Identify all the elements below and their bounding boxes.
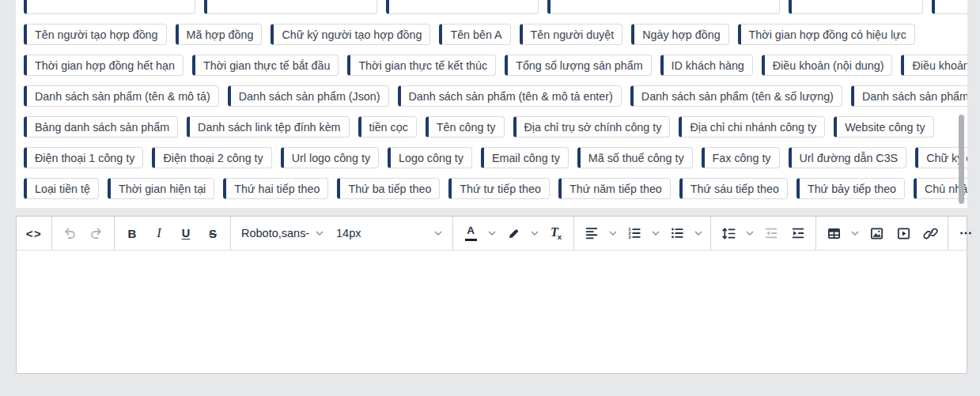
merge-field-chip[interactable]: Tổng số lượng sản phẩm (505, 55, 651, 76)
text-color-button[interactable]: A (457, 220, 484, 247)
merge-field-chip[interactable]: Tên công ty (426, 116, 505, 138)
highlight-color-dropdown-chevron[interactable] (527, 220, 543, 247)
merge-field-chip-partial[interactable] (789, 0, 923, 14)
font-family-select[interactable]: Roboto,sans-s... (235, 220, 330, 247)
bullet-list-button[interactable] (664, 220, 691, 247)
line-height-dropdown-chevron[interactable] (742, 220, 758, 247)
chip-row: Danh sách sản phẩm (tên & mô tả)Danh sác… (24, 85, 956, 107)
bullet-list-dropdown-chevron[interactable] (691, 220, 706, 247)
undo-button[interactable] (56, 220, 83, 247)
more-dots-icon (959, 226, 973, 240)
underline-button[interactable]: U (172, 220, 199, 247)
merge-field-chip[interactable]: Thời gian hợp đồng có hiệu lực (738, 24, 915, 45)
more-options-button[interactable] (952, 220, 979, 247)
chip-row: Bảng danh sách sản phẩmDanh sách link tệ… (24, 116, 956, 138)
merge-fields-panel: Tên người tạo hợp đồngMã hợp đồngChữ ký … (16, 0, 967, 208)
ordered-list-dropdown-chevron[interactable] (648, 220, 664, 247)
chip-row: Loại tiền tệThời gian hiện tạiThứ hai ti… (24, 178, 956, 199)
merge-field-chip[interactable]: Thứ sáu tiếp theo (679, 178, 788, 199)
bold-button[interactable]: B (119, 220, 146, 247)
toolbar-group-color: A Tx (452, 217, 573, 250)
editor-content-area[interactable] (17, 251, 967, 372)
merge-field-chip[interactable]: Bảng danh sách sản phẩm (24, 116, 178, 138)
merge-field-chip[interactable]: Điều khoản (nội dung) (762, 55, 893, 76)
font-size-select[interactable]: 14px (330, 220, 448, 247)
merge-field-chip[interactable]: Thời gian hiện tại (108, 178, 214, 199)
merge-field-chip-partial[interactable] (932, 0, 967, 14)
merge-field-chip[interactable]: Địa chỉ trụ sở chính công ty (513, 116, 671, 138)
align-button[interactable] (578, 220, 605, 247)
merge-field-chip[interactable]: Tên bên A (439, 24, 510, 45)
merge-field-chip[interactable]: Ngày hợp đồng (631, 24, 728, 45)
text-color-dropdown-chevron[interactable] (484, 220, 500, 247)
font-family-value: Roboto,sans-s... (241, 227, 309, 239)
strikethrough-button[interactable]: S (199, 220, 226, 247)
merge-field-chip[interactable]: Thời gian thực tế bắt đầu (192, 55, 339, 76)
merge-field-chip[interactable]: Loại tiền tệ (24, 178, 99, 199)
merge-field-chip[interactable]: Chữ ký người tạo hợp đồng (271, 24, 430, 45)
insert-link-button[interactable] (917, 220, 944, 247)
merge-fields-scrollbar-thumb[interactable] (959, 115, 964, 204)
text-color-icon: A (465, 225, 477, 240)
merge-field-chip[interactable]: Danh sách sản phẩm (tên & số lượng) (630, 85, 842, 107)
merge-field-chip-partial[interactable] (547, 0, 780, 14)
merge-field-chip[interactable]: Thời gian thực tế kết thúc (347, 55, 496, 76)
merge-field-chip[interactable]: Danh sách sản phẩm (tên & mô tả) (24, 85, 219, 107)
merge-field-chip[interactable]: ID khách hàng (660, 55, 753, 76)
merge-field-chip[interactable]: Email công ty (481, 147, 569, 168)
chevron-down-icon (434, 231, 442, 236)
merge-field-chip-partial[interactable] (386, 0, 539, 14)
merge-fields-rows: Tên người tạo hợp đồngMã hợp đồngChữ ký … (24, 0, 956, 199)
merge-field-chip[interactable]: Điện thoại 2 công ty (152, 147, 271, 168)
clear-formatting-button[interactable]: Tx (543, 220, 569, 247)
image-icon (869, 226, 884, 241)
merge-field-chip[interactable]: Fax công ty (702, 147, 780, 168)
merge-field-chip[interactable]: Điện thoại 1 công ty (24, 147, 143, 168)
merge-field-chip[interactable]: tiền cọc (358, 116, 417, 138)
line-height-button[interactable] (715, 220, 742, 247)
align-dropdown-chevron[interactable] (605, 220, 621, 247)
highlighter-icon (506, 226, 521, 241)
indent-button[interactable] (785, 220, 812, 247)
merge-field-chip[interactable]: Url đường dẫn C3S (789, 147, 907, 168)
insert-image-button[interactable] (863, 220, 890, 247)
merge-field-chip-partial[interactable] (204, 0, 377, 14)
source-code-button[interactable]: <> (21, 220, 47, 247)
ordered-list-button[interactable]: 123 (621, 220, 648, 247)
merge-field-chip[interactable]: Logo công ty (388, 147, 472, 168)
table-dropdown-chevron[interactable] (847, 220, 863, 247)
merge-field-chip[interactable]: Địa chỉ chi nhánh công ty (679, 116, 825, 138)
chevron-down-icon (316, 231, 324, 236)
merge-field-chip[interactable]: Website công ty (834, 116, 933, 138)
font-size-value: 14px (336, 227, 361, 239)
bold-icon: B (128, 227, 137, 240)
clear-formatting-icon: Tx (551, 226, 562, 241)
merge-field-chip[interactable]: Thứ năm tiếp theo (558, 178, 671, 199)
table-icon (827, 226, 842, 241)
table-button[interactable] (820, 220, 847, 247)
merge-field-chip[interactable]: Danh sách sản phẩm (tên & mô tả enter) (398, 85, 622, 107)
merge-field-chip-partial[interactable] (24, 0, 195, 14)
chip-row (24, 0, 956, 14)
merge-field-chip[interactable]: Điều khoản (encoded) (901, 55, 967, 76)
toolbar-group-code: <> (17, 217, 51, 250)
merge-field-chip[interactable]: Danh sách link tệp đính kèm (187, 116, 349, 138)
merge-field-chip[interactable]: Tên người duyệt (520, 24, 623, 45)
merge-field-chip[interactable]: Url logo công ty (281, 147, 379, 168)
insert-media-button[interactable] (890, 220, 917, 247)
highlight-color-button[interactable] (500, 220, 527, 247)
italic-button[interactable]: I (146, 220, 172, 247)
merge-field-chip[interactable]: Thời gian hợp đồng hết hạn (24, 55, 184, 76)
merge-field-chip[interactable]: Thứ hai tiếp theo (223, 178, 328, 199)
merge-field-chip[interactable]: Tên người tạo hợp đồng (24, 24, 167, 45)
outdent-button[interactable] (758, 220, 785, 247)
merge-field-chip[interactable]: Thứ ba tiếp theo (337, 178, 440, 199)
merge-field-chip[interactable]: Thứ tư tiếp theo (448, 178, 550, 199)
merge-field-chip[interactable]: Danh sách sản phẩm (tên) (851, 85, 967, 107)
merge-field-chip[interactable]: Thứ bảy tiếp theo (796, 178, 905, 199)
svg-text:3: 3 (629, 235, 631, 239)
redo-button[interactable] (83, 220, 110, 247)
merge-field-chip[interactable]: Mã số thuế công ty (577, 147, 693, 168)
merge-field-chip[interactable]: Danh sách sản phẩm (Json) (228, 85, 389, 107)
merge-field-chip[interactable]: Mã hợp đồng (176, 24, 263, 45)
